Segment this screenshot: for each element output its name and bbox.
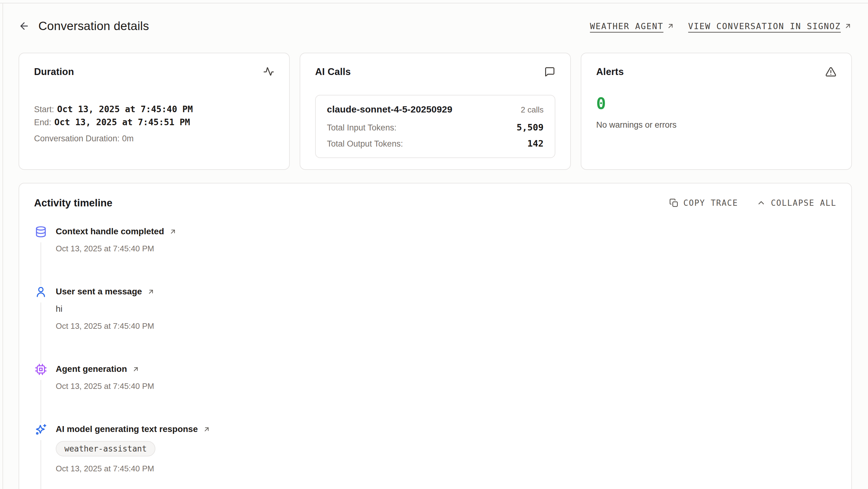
copy-trace-label: COPY TRACE bbox=[683, 198, 738, 208]
arrow-up-right-icon bbox=[147, 288, 155, 296]
input-tokens-value: 5,509 bbox=[517, 122, 544, 133]
timeline-item-timestamp: Oct 13, 2025 at 7:45:40 PM bbox=[56, 381, 154, 391]
timeline-item-link[interactable]: Agent generation bbox=[56, 364, 127, 374]
alert-triangle-icon bbox=[825, 66, 836, 78]
timeline-header: Activity timeline COPY TRACE COLLAPSE AL… bbox=[34, 197, 836, 209]
alerts-card-title: Alerts bbox=[596, 66, 624, 78]
timeline-title: Activity timeline bbox=[34, 197, 112, 209]
timeline-item-title-row: AI model generating text response bbox=[56, 424, 211, 434]
output-tokens-row: Total Output Tokens: 142 bbox=[327, 138, 544, 149]
arrow-up-right-icon bbox=[169, 228, 177, 235]
cpu-icon bbox=[35, 363, 47, 376]
timeline-item-title-row: User sent a message bbox=[56, 287, 155, 296]
header-links: WEATHER AGENT VIEW CONVERSATION IN SIGNO… bbox=[590, 21, 852, 31]
duration-card-title: Duration bbox=[34, 66, 74, 78]
page-header: Conversation details WEATHER AGENT VIEW … bbox=[19, 19, 852, 33]
page-title: Conversation details bbox=[38, 19, 149, 33]
input-tokens-label: Total Input Tokens: bbox=[327, 123, 397, 133]
view-conversation-link-label: VIEW CONVERSATION IN SIGNOZ bbox=[688, 21, 841, 31]
arrow-up-right-icon bbox=[132, 365, 140, 373]
arrow-left-icon bbox=[19, 21, 30, 32]
input-tokens-row: Total Input Tokens: 5,509 bbox=[327, 122, 544, 133]
ai-calls-card: AI Calls claude-sonnet-4-5-20250929 2 ca… bbox=[300, 53, 571, 170]
timeline-rail bbox=[34, 423, 48, 489]
duration-card: Duration Start:Oct 13, 2025 at 7:45:40 P… bbox=[19, 53, 290, 170]
activity-pulse-icon bbox=[263, 66, 274, 78]
timeline-item-link[interactable]: Context handle completed bbox=[56, 227, 164, 236]
conversation-duration-row: Conversation Duration:0m bbox=[34, 134, 274, 143]
model-usage-card: claude-sonnet-4-5-20250929 2 calls Total… bbox=[315, 95, 555, 158]
agent-name-badge: weather-assistant bbox=[56, 441, 155, 457]
timeline-item-body: User sent a message hi Oct 13, 2025 at 7… bbox=[56, 286, 155, 363]
timeline-item-body: AI model generating text response weathe… bbox=[56, 423, 211, 489]
timeline-item-title-row: Agent generation bbox=[56, 364, 154, 374]
user-message-text: hi bbox=[56, 304, 155, 314]
conversation-details-page: Conversation details WEATHER AGENT VIEW … bbox=[0, 0, 868, 489]
timeline-item-agent-generation: Agent generation Oct 13, 2025 at 7:45:40… bbox=[34, 363, 836, 423]
output-tokens-value: 142 bbox=[527, 138, 544, 149]
timeline-rail bbox=[34, 286, 48, 363]
start-label: Start: bbox=[34, 105, 54, 114]
duration-card-header: Duration bbox=[34, 66, 274, 78]
timeline-item-link[interactable]: User sent a message bbox=[56, 287, 142, 296]
timeline-item-user-message: User sent a message hi Oct 13, 2025 at 7… bbox=[34, 286, 836, 363]
header-left: Conversation details bbox=[19, 19, 149, 33]
copy-trace-button[interactable]: COPY TRACE bbox=[669, 198, 738, 208]
copy-icon bbox=[669, 198, 679, 208]
alerts-card-header: Alerts bbox=[596, 66, 836, 78]
activity-timeline-card: Activity timeline COPY TRACE COLLAPSE AL… bbox=[19, 183, 852, 489]
database-icon bbox=[35, 226, 47, 238]
weather-agent-link-label: WEATHER AGENT bbox=[590, 21, 663, 31]
external-link-icon bbox=[844, 22, 852, 30]
timeline-item-timestamp: Oct 13, 2025 at 7:45:40 PM bbox=[56, 321, 155, 331]
end-row: End:Oct 13, 2025 at 7:45:51 PM bbox=[34, 116, 274, 129]
timeline-connector bbox=[40, 242, 41, 286]
model-row: claude-sonnet-4-5-20250929 2 calls bbox=[327, 104, 544, 115]
alert-message: No warnings or errors bbox=[596, 120, 836, 130]
arrow-up-right-icon bbox=[203, 426, 211, 433]
timeline-item-link[interactable]: AI model generating text response bbox=[56, 424, 198, 434]
view-conversation-in-signoz-link[interactable]: VIEW CONVERSATION IN SIGNOZ bbox=[688, 21, 852, 31]
end-value: Oct 13, 2025 at 7:45:51 PM bbox=[55, 117, 190, 127]
timeline-rail bbox=[34, 226, 48, 286]
timeline-item-title-row: Context handle completed bbox=[56, 227, 177, 236]
weather-agent-link[interactable]: WEATHER AGENT bbox=[590, 21, 675, 31]
external-link-icon bbox=[666, 22, 675, 30]
timeline-item-body: Agent generation Oct 13, 2025 at 7:45:40… bbox=[56, 363, 154, 423]
sparkles-icon bbox=[35, 423, 47, 436]
message-square-icon bbox=[544, 66, 555, 78]
output-tokens-label: Total Output Tokens: bbox=[327, 139, 403, 149]
timeline-connector bbox=[40, 440, 41, 489]
end-label: End: bbox=[34, 118, 52, 127]
timeline-rail bbox=[34, 363, 48, 423]
model-call-count: 2 calls bbox=[521, 105, 544, 115]
timeline-item-ai-text-response: AI model generating text response weathe… bbox=[34, 423, 836, 489]
stat-cards-row: Duration Start:Oct 13, 2025 at 7:45:40 P… bbox=[19, 53, 852, 170]
alerts-card: Alerts 0 No warnings or errors bbox=[581, 53, 852, 170]
ai-calls-card-title: AI Calls bbox=[315, 66, 351, 78]
timeline-item-timestamp: Oct 13, 2025 at 7:45:40 PM bbox=[56, 464, 211, 473]
ai-calls-card-header: AI Calls bbox=[315, 66, 555, 78]
page-content: Conversation details WEATHER AGENT VIEW … bbox=[0, 0, 868, 489]
user-icon bbox=[35, 286, 47, 298]
timeline-item-timestamp: Oct 13, 2025 at 7:45:40 PM bbox=[56, 244, 177, 254]
timeline-actions: COPY TRACE COLLAPSE ALL bbox=[669, 198, 836, 208]
timeline-connector bbox=[40, 303, 41, 363]
timeline-connector bbox=[40, 380, 41, 423]
back-button[interactable] bbox=[19, 21, 30, 32]
start-row: Start:Oct 13, 2025 at 7:45:40 PM bbox=[34, 103, 274, 116]
timeline-items: Context handle completed Oct 13, 2025 at… bbox=[34, 226, 836, 489]
conversation-duration-value: 0m bbox=[122, 134, 134, 143]
collapse-all-button[interactable]: COLLAPSE ALL bbox=[756, 198, 836, 208]
timeline-item-context-handle: Context handle completed Oct 13, 2025 at… bbox=[34, 226, 836, 286]
collapse-all-label: COLLAPSE ALL bbox=[771, 198, 836, 208]
model-name: claude-sonnet-4-5-20250929 bbox=[327, 104, 452, 115]
conversation-duration-label: Conversation Duration: bbox=[34, 134, 120, 143]
timeline-item-body: Context handle completed Oct 13, 2025 at… bbox=[56, 226, 177, 286]
chevron-up-icon bbox=[756, 198, 766, 208]
start-value: Oct 13, 2025 at 7:45:40 PM bbox=[57, 104, 193, 114]
alert-count: 0 bbox=[596, 95, 836, 112]
duration-values: Start:Oct 13, 2025 at 7:45:40 PM End:Oct… bbox=[34, 103, 274, 143]
